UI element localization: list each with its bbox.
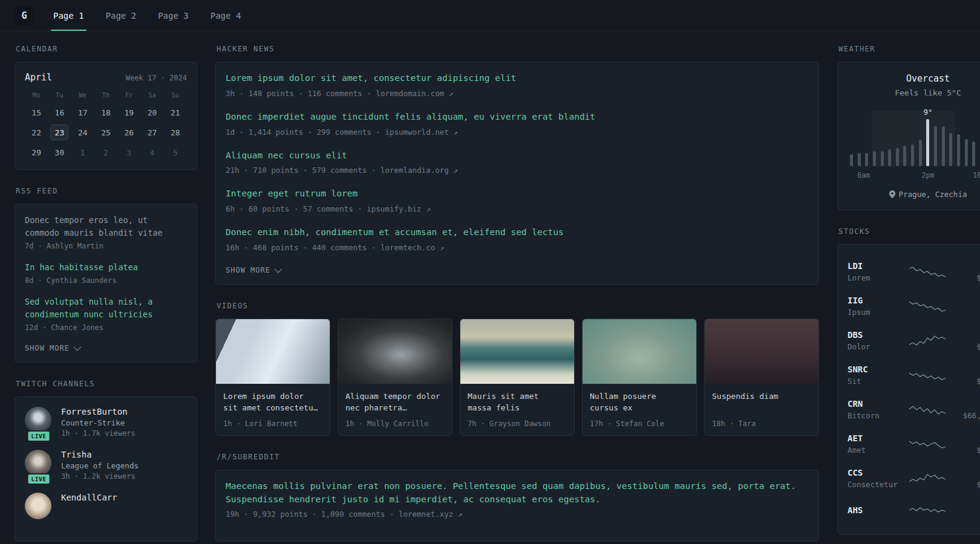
video-meta: 7h · Grayson Dawson (468, 419, 567, 428)
stock-row: IIG Ipsum +2.84% $42.04 (848, 289, 980, 323)
channel-name[interactable]: Trisha (61, 450, 139, 459)
video-title: Suspendis diam (712, 391, 811, 414)
reddit-domain-link[interactable]: loremnet.xyz (399, 510, 453, 519)
external-link-icon: ↗ (453, 128, 458, 137)
rss-item-title[interactable]: In hac habitasse platea (25, 261, 187, 274)
stock-name: Sit (848, 377, 902, 386)
hn-domain-link[interactable]: loremlandia.org (381, 166, 449, 175)
channel-game: Counter-Strike (61, 418, 136, 427)
twitch-channel[interactable]: LIVE Trisha League of Legends 3h · 1.2k … (25, 450, 187, 481)
calendar-day: 30 (48, 145, 71, 160)
stock-name: Bitcorn (848, 411, 902, 420)
video-meta: 17h · Stefan Cole (590, 419, 689, 428)
weather-highlight-temp: 9° (924, 108, 932, 117)
hn-domain-link[interactable]: ipsumify.biz (367, 204, 421, 213)
rss-item: Donec tempor eros leo, ut commodo mauris… (25, 214, 187, 250)
hn-domain-link[interactable]: loremtech.co (381, 243, 435, 252)
reddit-post-meta: 19h · 9,932 points · 1,090 comments · lo… (226, 510, 809, 519)
tab-page-2[interactable]: Page 2 (103, 0, 139, 31)
stock-ticker: AHS (848, 505, 902, 515)
map-pin-icon (889, 190, 895, 198)
weather-bar (873, 151, 876, 166)
video-card[interactable]: Aliquam tempor dolor nec pharetra… 1h · … (338, 319, 452, 436)
twitch-channel[interactable]: LIVE ForrestBurton Counter-Strike 1h · 1… (25, 407, 187, 438)
calendar-day-header: Fr (117, 91, 140, 100)
calendar-day: 24 (71, 125, 94, 140)
hn-domain-link[interactable]: ipsumworld.net (385, 128, 448, 137)
calendar-day: 26 (117, 125, 140, 140)
hn-item-title[interactable]: Lorem ipsum dolor sit amet, consectetur … (226, 72, 809, 85)
stock-row: SNRC Sit +1.36% $148.64 (848, 358, 980, 392)
calendar-day: 4 (140, 145, 163, 160)
tab-page-1[interactable]: Page 1 (51, 0, 87, 31)
hn-item-title[interactable]: Aliquam nec cursus elit (226, 149, 809, 163)
calendar-day: 22 (25, 125, 48, 140)
hn-item-title[interactable]: Donec imperdiet augue tincidunt felis al… (226, 111, 809, 124)
middle-column: HACKER NEWS Lorem ipsum dolor sit amet, … (215, 45, 819, 544)
stock-ticker: DBS (848, 330, 902, 340)
rss-item-title[interactable]: Sed volutpat nulla nisl, a condimentum n… (25, 296, 187, 321)
calendar-month: April (25, 72, 52, 83)
stock-row: LDI Lorem +4.35% $795.18 (848, 254, 980, 289)
weather-bar (896, 148, 899, 166)
channel-info: ForrestBurton Counter-Strike 1h · 1.7k v… (61, 407, 136, 438)
stock-ticker: LDI (848, 261, 902, 271)
video-row: Lorem ipsum dolor sit amet consectetu… 1… (215, 319, 819, 436)
weather-bar (934, 126, 937, 166)
weather-bar (865, 153, 868, 166)
video-title: Aliquam tempor dolor nec pharetra… (345, 391, 445, 414)
stock-row: CRN Bitcorn -1.00% $66,171.48 (848, 392, 980, 427)
channel-name[interactable]: ForrestBurton (61, 407, 136, 416)
rss-item-title[interactable]: Donec tempor eros leo, ut commodo mauris… (25, 214, 187, 239)
hn-domain-link[interactable]: loremdomain.com (376, 89, 444, 98)
tab-page-3[interactable]: Page 3 (155, 0, 191, 31)
stock-change: +2.84% (953, 296, 980, 305)
stock-ticker: CCS (848, 468, 902, 478)
reddit-post-title[interactable]: Maecenas mollis pulvinar erat non posuer… (226, 480, 809, 507)
stocks-section-title: STOCKS (838, 227, 980, 236)
app-logo: G (15, 6, 34, 25)
calendar-day: 28 (164, 125, 187, 140)
stock-ticker: SNRC (848, 364, 902, 374)
video-thumbnail (705, 319, 818, 384)
stock-row: DBS Dolor +1.42% $156.28 (848, 323, 980, 358)
twitch-card: LIVE ForrestBurton Counter-Strike 1h · 1… (15, 397, 197, 542)
hn-item-meta: 21h · 710 points · 579 comments · loreml… (226, 166, 809, 175)
video-body: Aliquam tempor dolor nec pharetra… 1h · … (338, 384, 452, 435)
external-link-icon: ↗ (453, 166, 458, 175)
channel-name[interactable]: KendallCarr (61, 493, 117, 502)
video-body: Mauris sit amet massa felis 7h · Grayson… (460, 384, 574, 435)
calendar-day-header: Mo (25, 91, 48, 100)
stock-ticker: CRN (848, 399, 902, 409)
hackernews-widget: HACKER NEWS Lorem ipsum dolor sit amet, … (215, 45, 819, 285)
chevron-down-icon (275, 265, 283, 273)
hn-item-title[interactable]: Donec enim nibh, condimentum et accumsan… (226, 226, 809, 239)
calendar-day: 16 (48, 105, 71, 120)
external-link-icon: ↗ (426, 204, 431, 213)
external-link-icon: ↗ (449, 89, 454, 98)
video-card[interactable]: Suspendis diam 18h · Tara (704, 319, 819, 436)
stock-change: +0.92% (953, 434, 980, 443)
hn-item: Donec imperdiet augue tincidunt felis al… (226, 111, 809, 137)
rss-show-more-button[interactable]: SHOW MORE (25, 344, 79, 352)
weather-bar (858, 153, 861, 166)
video-card[interactable]: Mauris sit amet massa felis 7h · Grayson… (460, 319, 575, 436)
topbar: G Page 1 Page 2 Page 3 Page 4 (0, 0, 980, 31)
hn-item-meta: 1d · 1,414 points · 299 comments · ipsum… (226, 128, 809, 137)
stock-change: +4.35% (953, 262, 980, 271)
stock-row: AET Amet +0.92% $499.72 (848, 427, 980, 461)
hn-show-more-button[interactable]: SHOW MORE (226, 266, 280, 274)
hn-item: Aliquam nec cursus elit 21h · 710 points… (226, 149, 809, 175)
weather-condition: Overcast (848, 73, 980, 84)
external-link-icon: ↗ (458, 510, 463, 519)
weather-bar (949, 133, 952, 166)
weather-bar (881, 151, 884, 166)
twitch-channel[interactable]: KendallCarr (25, 493, 187, 519)
tab-page-4[interactable]: Page 4 (208, 0, 244, 31)
channel-info: Trisha League of Legends 3h · 1.2k viewe… (61, 450, 139, 481)
video-card[interactable]: Lorem ipsum dolor sit amet consectetu… 1… (215, 319, 330, 436)
stock-values: +0.51% $165.84 (953, 468, 980, 489)
video-card[interactable]: Nullam posuere cursus ex 17h · Stefan Co… (582, 319, 697, 436)
hn-item-title[interactable]: Integer eget rutrum lorem (226, 187, 809, 201)
video-body: Suspendis diam 18h · Tara (705, 384, 818, 435)
